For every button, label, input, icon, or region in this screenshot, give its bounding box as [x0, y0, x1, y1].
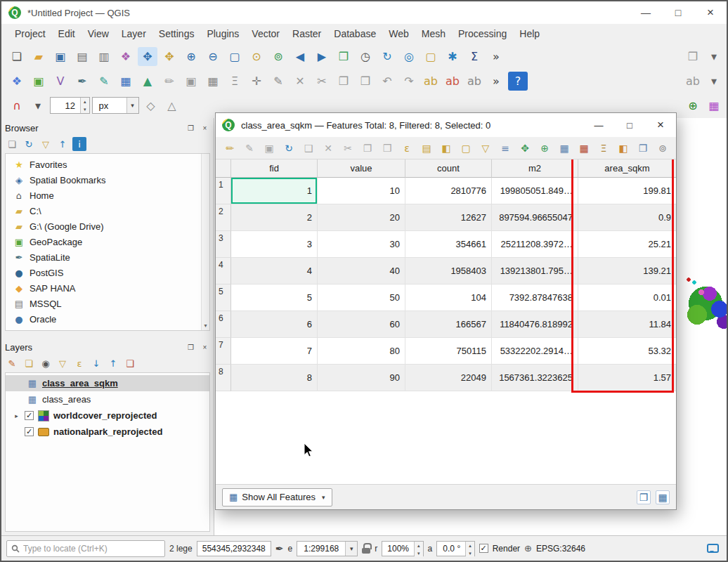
- menu-view[interactable]: View: [82, 26, 115, 41]
- menu-project[interactable]: Project: [8, 26, 52, 41]
- maximize-button[interactable]: □: [662, 1, 694, 24]
- new-raster-layer-icon[interactable]: ▦: [116, 72, 136, 91]
- cell-fid[interactable]: 7: [231, 338, 318, 365]
- spin-up-icon[interactable]: ▴: [81, 98, 89, 105]
- close-button[interactable]: ×: [694, 1, 727, 24]
- new-geopackage-layer-icon[interactable]: ▣: [29, 72, 48, 91]
- pan-to-selection-icon[interactable]: ✥: [516, 139, 534, 157]
- cell-area-sqkm[interactable]: 139.21: [578, 258, 676, 285]
- zoom-full-extent-icon[interactable]: ▢: [225, 47, 245, 66]
- dropdown-caret-icon[interactable]: ▾: [322, 494, 325, 501]
- table-delete-selected-icon[interactable]: ✕: [319, 139, 337, 157]
- manage-map-themes-icon[interactable]: ◉: [39, 356, 53, 370]
- open-attribute-table-icon[interactable]: ▦: [203, 72, 223, 91]
- undo-icon[interactable]: ↶: [377, 72, 397, 91]
- menu-edit[interactable]: Edit: [52, 26, 82, 41]
- dropdown-caret-icon[interactable]: ▾: [704, 47, 724, 66]
- table-settings-icon[interactable]: ⊚: [654, 139, 672, 157]
- zoom-next-icon[interactable]: ▶: [312, 47, 332, 66]
- help-icon[interactable]: ?: [508, 72, 528, 91]
- table-cut-icon[interactable]: ✂: [339, 139, 357, 157]
- table-row[interactable]: 6 6 60 166567 11840476.818992 11.84: [216, 311, 676, 338]
- minimize-button[interactable]: —: [630, 1, 662, 24]
- temporal-controller-icon[interactable]: ◷: [356, 47, 375, 66]
- cell-fid[interactable]: 5: [231, 285, 318, 311]
- spin-down-icon[interactable]: ▾: [81, 105, 89, 113]
- open-project-icon[interactable]: ▰: [29, 47, 48, 66]
- new-spatialite-layer-icon[interactable]: ✒: [72, 72, 92, 91]
- browser-item-sap-hana[interactable]: ◆ SAP HANA: [6, 280, 209, 296]
- cell-fid[interactable]: 3: [231, 231, 318, 258]
- field-calculator-icon[interactable]: Ξ: [594, 139, 613, 157]
- browser-properties-icon[interactable]: i: [72, 137, 86, 151]
- new-map-view-icon[interactable]: ❐: [334, 47, 353, 66]
- refresh-map-icon[interactable]: ↻: [377, 47, 397, 66]
- dock-table-icon[interactable]: ❐: [634, 139, 652, 157]
- spin-up-icon[interactable]: ▴: [415, 542, 423, 549]
- table-reload-icon[interactable]: ↻: [280, 139, 298, 157]
- cell-area-sqkm[interactable]: 53.32: [578, 338, 676, 365]
- statistical-summary-icon[interactable]: Σ: [464, 47, 484, 66]
- delete-selected-icon[interactable]: ✕: [290, 72, 310, 91]
- row-number[interactable]: 2: [216, 204, 231, 231]
- browser-item-geopackage[interactable]: ▣ GeoPackage: [6, 234, 209, 249]
- menu-mesh[interactable]: Mesh: [415, 26, 452, 41]
- cell-count[interactable]: 750115: [405, 338, 492, 365]
- corner-header[interactable]: [216, 159, 231, 178]
- copy-features-icon[interactable]: ❐: [334, 72, 353, 91]
- cell-m2[interactable]: 139213801.795…: [492, 258, 578, 285]
- menu-web[interactable]: Web: [382, 26, 415, 41]
- column-header-fid[interactable]: fid: [231, 159, 318, 178]
- browser-refresh-icon[interactable]: ↻: [22, 137, 36, 151]
- conditional-formatting-icon[interactable]: ◧: [614, 139, 632, 157]
- table-multiedit-icon[interactable]: ✎: [240, 139, 259, 157]
- scroll-down-icon[interactable]: ▾: [202, 321, 209, 330]
- table-save-edits-icon[interactable]: ▣: [260, 139, 278, 157]
- collapse-all-icon[interactable]: ↑: [106, 356, 120, 370]
- browser-add-layers-icon[interactable]: ❏: [5, 137, 19, 151]
- labels-extra-icon[interactable]: ab: [683, 72, 703, 91]
- cell-value[interactable]: 40: [318, 258, 405, 285]
- cell-value[interactable]: 10: [318, 178, 405, 204]
- cell-count[interactable]: 166567: [405, 311, 492, 338]
- browser-item-postgis[interactable]: ● PostGIS: [6, 265, 209, 280]
- identify-features-icon[interactable]: ◎: [399, 47, 419, 66]
- row-number[interactable]: 5: [216, 285, 231, 311]
- layer-styling-icon[interactable]: ✎: [5, 356, 19, 370]
- row-number[interactable]: 1: [216, 178, 231, 204]
- lock-scale-icon[interactable]: [362, 543, 370, 554]
- column-header-area-sqkm[interactable]: area_sqkm: [578, 159, 676, 178]
- menu-raster[interactable]: Raster: [286, 26, 327, 41]
- layout-manager-icon[interactable]: ▥: [94, 47, 114, 66]
- vertex-tool-icon[interactable]: ✛: [247, 72, 266, 91]
- invert-selection-icon[interactable]: ◧: [437, 139, 455, 157]
- map-navigation-extra-icon[interactable]: ❐: [683, 47, 703, 66]
- cell-m2[interactable]: 25211208.3972…: [492, 231, 578, 258]
- snapping-caret-icon[interactable]: ▾: [28, 96, 48, 115]
- panel-float-icon[interactable]: ❐: [186, 124, 196, 132]
- column-header-count[interactable]: count: [405, 159, 492, 178]
- layer-checkbox[interactable]: ✓: [25, 411, 34, 420]
- filter-expression-icon[interactable]: ε: [72, 356, 86, 370]
- spin-up-icon[interactable]: ▴: [466, 542, 474, 549]
- cell-m2[interactable]: 897594.96655047: [492, 204, 578, 231]
- snapping-type-icon[interactable]: ◇: [141, 96, 161, 115]
- move-selection-top-icon[interactable]: ≡: [496, 139, 514, 157]
- layer-labeling-icon[interactable]: ab: [421, 72, 441, 91]
- new-project-icon[interactable]: ❏: [7, 47, 27, 66]
- spin-down-icon[interactable]: ▾: [415, 549, 423, 557]
- cell-area-sqkm[interactable]: 25.21: [578, 231, 676, 258]
- row-number[interactable]: 4: [216, 258, 231, 285]
- deselect-all-icon[interactable]: ▢: [457, 139, 475, 157]
- snapping-tolerance-spinbox[interactable]: 12 ▴ ▾: [50, 97, 90, 114]
- redo-icon[interactable]: ↷: [399, 72, 419, 91]
- browser-collapse-all-icon[interactable]: ↑: [56, 137, 70, 151]
- filter-features-icon[interactable]: ▽: [476, 139, 495, 157]
- table-paste-icon[interactable]: ❒: [378, 139, 396, 157]
- column-header-value[interactable]: value: [318, 159, 405, 178]
- cell-value[interactable]: 30: [318, 231, 405, 258]
- rotation-spinbox[interactable]: 0.0 ° ▴ ▾: [436, 541, 475, 556]
- table-row[interactable]: 2 2 20 12627 897594.96655047 0.9: [216, 204, 676, 231]
- pan-to-selection-icon[interactable]: ✥: [160, 47, 179, 66]
- cell-m2[interactable]: 53322202.2914…: [492, 338, 578, 365]
